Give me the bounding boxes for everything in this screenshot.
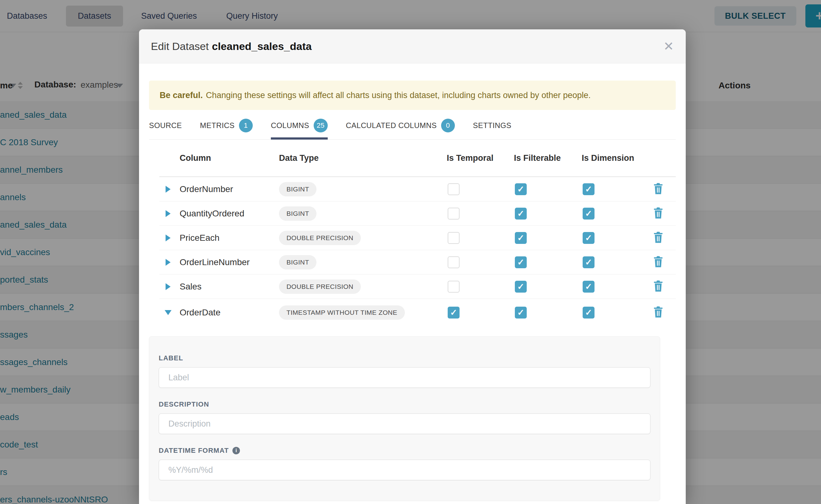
- is-temporal-checkbox[interactable]: [448, 208, 460, 220]
- trash-icon[interactable]: [652, 207, 665, 220]
- is-temporal-checkbox[interactable]: [448, 232, 460, 244]
- tab-label: METRICS: [200, 121, 235, 130]
- trash-cell: [649, 231, 676, 245]
- is-filterable-checkbox-cell: ✓: [514, 307, 582, 319]
- tab-count-badge: 25: [314, 119, 328, 132]
- datetime-format-input[interactable]: [159, 460, 650, 480]
- is-filterable-checkbox-cell: ✓: [514, 232, 582, 244]
- modal-header: Edit Datasetcleaned_sales_data ✕: [139, 29, 686, 63]
- screen: DatabasesDatasetsSaved QueriesQuery Hist…: [0, 0, 821, 504]
- tab-count-badge: 0: [441, 119, 455, 132]
- column-header-is-temporal: Is Temporal: [447, 153, 514, 163]
- description-input[interactable]: [159, 413, 650, 434]
- is-temporal-checkbox-cell: ✓: [447, 307, 514, 319]
- label-field-label-text: LABEL: [159, 354, 183, 362]
- tab-label: COLUMNS: [271, 121, 309, 130]
- column-name: OrderDate: [180, 308, 279, 318]
- datetime-format-label-text: DATETIME FORMAT: [159, 447, 229, 455]
- is-temporal-checkbox-cell: [447, 183, 514, 195]
- label-field-label: LABEL: [159, 354, 650, 362]
- trash-icon[interactable]: [652, 280, 665, 293]
- trash-cell: [649, 183, 676, 196]
- caret-right-icon[interactable]: [166, 259, 171, 266]
- is-dimension-checkbox[interactable]: ✓: [583, 307, 595, 319]
- label-input[interactable]: [159, 367, 650, 388]
- column-name: QuantityOrdered: [180, 209, 279, 219]
- tab-label: CALCULATED COLUMNS: [346, 121, 437, 130]
- tab-calculated-columns[interactable]: CALCULATED COLUMNS0: [346, 119, 455, 139]
- is-temporal-checkbox[interactable]: ✓: [448, 307, 460, 319]
- column-name: Sales: [180, 282, 279, 292]
- column-header-is-dimension: Is Dimension: [582, 153, 649, 163]
- warning-banner: Be careful. Changing these settings will…: [149, 81, 676, 110]
- column-name: OrderNumber: [180, 184, 279, 194]
- data-type-cell: DOUBLE PRECISION: [279, 279, 447, 294]
- data-type-cell: BIGINT: [279, 255, 447, 269]
- column-name: OrderLineNumber: [180, 257, 279, 267]
- tab-label: SETTINGS: [473, 121, 512, 130]
- caret-right-icon[interactable]: [166, 186, 171, 193]
- modal-title-prefix: Edit Dataset: [151, 40, 209, 52]
- trash-cell: [649, 306, 676, 319]
- tab-settings[interactable]: SETTINGS: [473, 119, 512, 139]
- caret-down-icon[interactable]: [165, 310, 171, 315]
- tab-source[interactable]: SOURCE: [149, 119, 182, 139]
- is-dimension-checkbox[interactable]: ✓: [583, 281, 595, 293]
- data-type-cell: TIMESTAMP WITHOUT TIME ZONE: [279, 305, 447, 320]
- edit-dataset-modal: Edit Datasetcleaned_sales_data ✕ Be care…: [139, 29, 686, 504]
- info-icon[interactable]: i: [232, 447, 240, 454]
- is-dimension-checkbox-cell: ✓: [582, 232, 649, 244]
- is-temporal-checkbox-cell: [447, 232, 514, 244]
- is-filterable-checkbox[interactable]: ✓: [515, 281, 527, 293]
- trash-icon[interactable]: [652, 231, 665, 244]
- data-type-cell: BIGINT: [279, 182, 447, 196]
- data-type-pill: DOUBLE PRECISION: [279, 279, 361, 294]
- column-header-column: Column: [180, 153, 279, 163]
- column-row-sales: SalesDOUBLE PRECISION✓✓: [159, 274, 676, 299]
- is-filterable-checkbox[interactable]: ✓: [515, 183, 527, 195]
- is-filterable-checkbox-cell: ✓: [514, 281, 582, 293]
- is-dimension-checkbox-cell: ✓: [582, 183, 649, 195]
- is-temporal-checkbox[interactable]: [448, 183, 460, 195]
- is-dimension-checkbox[interactable]: ✓: [583, 183, 595, 195]
- tab-count-badge: 1: [239, 119, 253, 132]
- is-dimension-checkbox-cell: ✓: [582, 307, 649, 319]
- is-temporal-checkbox[interactable]: [448, 256, 460, 268]
- close-icon[interactable]: ✕: [663, 40, 674, 52]
- is-filterable-checkbox[interactable]: ✓: [515, 232, 527, 244]
- caret-right-icon[interactable]: [166, 235, 171, 241]
- caret-right-icon[interactable]: [166, 210, 171, 217]
- columns-table-header: ColumnData TypeIs TemporalIs FilterableI…: [159, 140, 676, 177]
- trash-cell: [649, 256, 676, 269]
- column-row-priceeach: PriceEachDOUBLE PRECISION✓✓: [159, 226, 676, 250]
- is-dimension-checkbox[interactable]: ✓: [583, 256, 595, 268]
- column-header-is-filterable: Is Filterable: [514, 153, 582, 163]
- column-name: PriceEach: [180, 233, 279, 243]
- data-type-pill: BIGINT: [279, 255, 316, 269]
- is-temporal-checkbox-cell: [447, 281, 514, 293]
- column-row-orderlinenumber: OrderLineNumberBIGINT✓✓: [159, 250, 676, 274]
- is-dimension-checkbox[interactable]: ✓: [583, 232, 595, 244]
- trash-icon[interactable]: [652, 306, 665, 319]
- data-type-pill: TIMESTAMP WITHOUT TIME ZONE: [279, 305, 405, 320]
- is-filterable-checkbox[interactable]: ✓: [515, 256, 527, 268]
- caret-right-icon[interactable]: [166, 283, 171, 290]
- is-temporal-checkbox-cell: [447, 208, 514, 220]
- trash-icon[interactable]: [652, 183, 665, 195]
- trash-cell: [649, 280, 676, 293]
- trash-icon[interactable]: [652, 256, 665, 269]
- datetime-format-field-label: DATETIME FORMAT i: [159, 447, 650, 455]
- data-type-pill: BIGINT: [279, 182, 316, 196]
- description-field-label: DESCRIPTION: [159, 400, 650, 408]
- is-filterable-checkbox[interactable]: ✓: [515, 307, 527, 319]
- is-temporal-checkbox-cell: [447, 256, 514, 268]
- column-detail-panel: LABEL DESCRIPTION DATETIME FORMAT i: [149, 336, 660, 501]
- tab-columns[interactable]: COLUMNS25: [271, 119, 328, 139]
- is-dimension-checkbox[interactable]: ✓: [583, 208, 595, 220]
- column-row-ordernumber: OrderNumberBIGINT✓✓: [159, 177, 676, 201]
- modal-title: Edit Datasetcleaned_sales_data: [151, 40, 312, 52]
- is-filterable-checkbox[interactable]: ✓: [515, 208, 527, 220]
- tab-metrics[interactable]: METRICS1: [200, 119, 253, 139]
- modal-title-dataset-name: cleaned_sales_data: [212, 40, 311, 52]
- is-temporal-checkbox[interactable]: [448, 281, 460, 293]
